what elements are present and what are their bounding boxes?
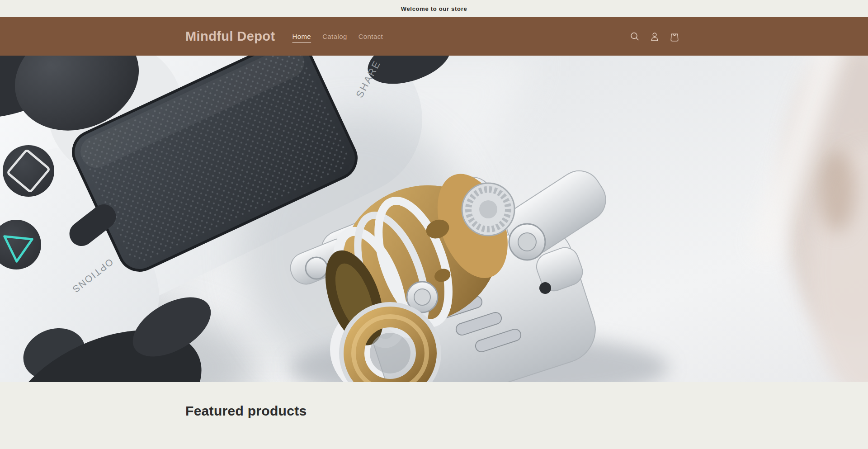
featured-products-section: Featured products — [0, 382, 868, 419]
header-icons — [625, 27, 684, 47]
hero-image: SHARE OPTIONS — [0, 56, 868, 382]
nav-link-home[interactable]: Home — [292, 33, 311, 40]
main-nav: Home Catalog Contact — [292, 33, 395, 40]
hero-banner: SHARE OPTIONS — [0, 56, 868, 382]
account-icon — [649, 31, 660, 42]
featured-products-heading: Featured products — [185, 403, 683, 419]
search-button[interactable] — [625, 27, 645, 47]
search-icon — [629, 31, 640, 42]
nav-link-contact[interactable]: Contact — [359, 33, 383, 40]
announcement-text: Welcome to our store — [401, 5, 467, 12]
cart-button[interactable] — [665, 27, 684, 47]
nav-link-catalog[interactable]: Catalog — [322, 33, 347, 40]
brand-link[interactable]: Mindful Depot — [185, 29, 275, 44]
site-header: Mindful Depot Home Catalog Contact — [0, 17, 868, 56]
cart-icon — [669, 31, 680, 42]
announcement-bar: Welcome to our store — [0, 0, 868, 17]
account-button[interactable] — [645, 27, 665, 47]
